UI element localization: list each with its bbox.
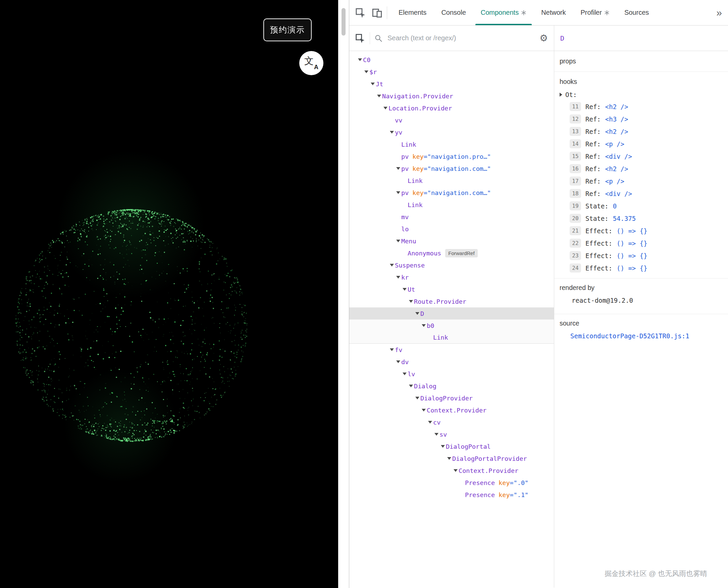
tree-row-Presence[interactable]: Presencekey=".1" bbox=[349, 489, 554, 501]
expander-icon[interactable] bbox=[401, 288, 408, 291]
expander-icon[interactable] bbox=[376, 94, 382, 97]
forwardref-badge: ForwardRef bbox=[445, 249, 477, 257]
expander-icon[interactable] bbox=[395, 167, 401, 170]
prop-key-value: ="navigation.com…" bbox=[424, 165, 491, 172]
tab-profiler[interactable]: Profiler bbox=[573, 0, 617, 25]
expander-icon[interactable] bbox=[408, 300, 414, 303]
hook-row-23: 23Effect:() => {} bbox=[554, 249, 728, 262]
inspect-element-icon[interactable] bbox=[355, 7, 366, 18]
tab-network[interactable]: Network bbox=[534, 0, 573, 25]
expander-icon[interactable] bbox=[395, 191, 401, 194]
tree-row-Location.Provider[interactable]: Location.Provider bbox=[349, 102, 554, 114]
expander-icon[interactable] bbox=[452, 469, 458, 472]
expander-icon[interactable] bbox=[414, 397, 420, 399]
component-picker-icon[interactable] bbox=[355, 33, 365, 44]
tree-row-vv[interactable]: vv bbox=[349, 114, 554, 126]
tree-row-Suspense[interactable]: Suspense bbox=[349, 259, 554, 271]
tree-row-kr[interactable]: kr bbox=[349, 271, 554, 283]
hook-type-label: Ref: bbox=[585, 165, 601, 172]
tab-components[interactable]: Components bbox=[473, 0, 534, 25]
tree-row-lv[interactable]: lv bbox=[349, 368, 554, 380]
tree-row-Ut[interactable]: Ut bbox=[349, 283, 554, 295]
tree-row-Menu[interactable]: Menu bbox=[349, 235, 554, 247]
tree-row-pv[interactable]: pvkey="navigation.com…" bbox=[349, 187, 554, 199]
expander-icon[interactable] bbox=[440, 445, 446, 448]
tree-row-C0[interactable]: C0 bbox=[349, 54, 554, 66]
expander-icon[interactable] bbox=[395, 239, 401, 242]
tree-row-$r[interactable]: $r bbox=[349, 66, 554, 78]
tab-console[interactable]: Console bbox=[434, 0, 473, 25]
search-input[interactable] bbox=[387, 34, 535, 42]
expander-icon[interactable] bbox=[427, 421, 433, 423]
tree-row-b0[interactable]: b0 bbox=[349, 319, 554, 332]
tree-row-D[interactable]: D bbox=[349, 308, 554, 319]
hook-value: <p /> bbox=[605, 177, 624, 185]
tab-elements[interactable]: Elements bbox=[391, 0, 434, 25]
more-tabs-icon[interactable]: » bbox=[716, 8, 722, 18]
tree-row-pv[interactable]: pvkey="navigation.pro…" bbox=[349, 150, 554, 163]
hook-value: () => {} bbox=[617, 227, 647, 235]
tree-row-yv[interactable]: yv bbox=[349, 126, 554, 138]
expander-icon[interactable] bbox=[446, 457, 452, 460]
tree-row-fv[interactable]: fv bbox=[349, 344, 554, 356]
tree-row-DialogPortalProvider[interactable]: DialogPortalProvider bbox=[349, 453, 554, 464]
hook-row-16: 16Ref:<h2 /> bbox=[554, 163, 728, 175]
component-name: lo bbox=[401, 226, 409, 233]
tree-row-Link[interactable]: Link bbox=[349, 199, 554, 211]
tree-row-lo[interactable]: lo bbox=[349, 223, 554, 235]
tree-row-dv[interactable]: dv bbox=[349, 356, 554, 368]
expander-icon[interactable] bbox=[433, 433, 440, 436]
expander-icon[interactable] bbox=[560, 92, 562, 97]
tree-row-Context.Provider[interactable]: Context.Provider bbox=[349, 464, 554, 477]
toolbar-separator bbox=[387, 6, 387, 19]
expander-icon[interactable] bbox=[357, 58, 363, 61]
tree-row-Presence[interactable]: Presencekey=".0" bbox=[349, 477, 554, 489]
expander-icon[interactable] bbox=[388, 349, 395, 351]
page-scrollbar-thumb[interactable] bbox=[342, 8, 346, 36]
expander-icon[interactable] bbox=[414, 312, 420, 315]
tree-row-Dialog[interactable]: Dialog bbox=[349, 380, 554, 392]
tree-row-Link[interactable]: Link bbox=[349, 174, 554, 187]
hook-type-label: Effect: bbox=[585, 252, 612, 259]
source-file-link[interactable]: SemiconductorPage-D52G1TR0.js:1 bbox=[554, 327, 728, 340]
hook-line-number: 23 bbox=[570, 251, 581, 260]
tree-row-Link[interactable]: Link bbox=[349, 138, 554, 150]
expander-icon[interactable] bbox=[388, 264, 395, 267]
expander-icon[interactable] bbox=[420, 409, 427, 412]
component-name: DialogProvider bbox=[420, 395, 473, 402]
expander-icon[interactable] bbox=[420, 324, 427, 327]
expander-icon[interactable] bbox=[408, 385, 414, 387]
tree-row-DialogProvider[interactable]: DialogProvider bbox=[349, 392, 554, 404]
tab-sources[interactable]: Sources bbox=[617, 0, 656, 25]
expander-icon[interactable] bbox=[395, 360, 401, 363]
expander-icon[interactable] bbox=[382, 107, 388, 109]
demo-button[interactable]: 预约演示 bbox=[263, 18, 312, 41]
expander-icon[interactable] bbox=[401, 373, 408, 375]
tree-row-DialogPortal[interactable]: DialogPortal bbox=[349, 440, 554, 453]
tree-row-pv[interactable]: pvkey="navigation.com…" bbox=[349, 163, 554, 174]
hook-type-label: Ref: bbox=[585, 140, 601, 148]
component-name: lv bbox=[408, 371, 415, 378]
tree-row-Route.Provider[interactable]: Route.Provider bbox=[349, 295, 554, 308]
expander-icon[interactable] bbox=[363, 70, 369, 73]
expander-icon[interactable] bbox=[395, 276, 401, 278]
components-panel-body: ⚙ C0$rJtNavigation.ProviderLocation.Prov… bbox=[349, 25, 728, 588]
translate-button[interactable]: 文 A bbox=[299, 51, 323, 75]
tree-row-Context.Provider[interactable]: Context.Provider bbox=[349, 404, 554, 416]
selected-component-name: D bbox=[560, 34, 564, 42]
prop-key-value: ="navigation.com…" bbox=[424, 189, 491, 196]
hook-value: <h2 /> bbox=[605, 128, 628, 135]
hook-group-row[interactable]: Ot: bbox=[560, 91, 728, 98]
rendered-by-label: rendered by bbox=[554, 278, 728, 292]
tree-row-Navigation.Provider[interactable]: Navigation.Provider bbox=[349, 90, 554, 102]
tree-row-cv[interactable]: cv bbox=[349, 416, 554, 428]
tree-row-mv[interactable]: mv bbox=[349, 211, 554, 223]
tree-row-Anonymous[interactable]: AnonymousForwardRef bbox=[349, 247, 554, 259]
settings-gear-icon[interactable]: ⚙ bbox=[539, 34, 548, 43]
expander-icon[interactable] bbox=[369, 83, 376, 85]
device-toolbar-icon[interactable] bbox=[371, 7, 383, 18]
tree-row-sv[interactable]: sv bbox=[349, 428, 554, 440]
tree-row-Link[interactable]: Link bbox=[349, 332, 554, 344]
expander-icon[interactable] bbox=[388, 131, 395, 133]
tree-row-Jt[interactable]: Jt bbox=[349, 78, 554, 90]
